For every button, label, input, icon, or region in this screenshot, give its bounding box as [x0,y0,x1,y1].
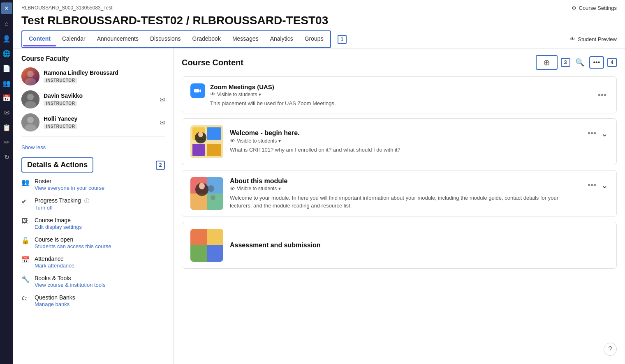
about-module-info: About this module 👁 Visible to students … [230,177,579,210]
tab-analytics[interactable]: Analytics [264,32,299,46]
svg-rect-30 [207,245,223,262]
action-course-image: 🖼 Course Image Edit display settings [21,217,165,230]
welcome-card-header: Welcome - begin here. 👁 Visible to stude… [182,119,616,165]
attendance-link[interactable]: Mark attendance [35,263,74,269]
info-icon: ⓘ [84,198,89,204]
tab-groups[interactable]: Groups [299,32,329,46]
faculty-item-ramona: Ramona Lindley Broussard INSTRUCTOR [21,67,165,85]
faculty-name-ramona: Ramona Lindley Broussard [44,69,165,76]
left-sidebar: ✕ ⌂ 👤 🌐 📄 👥 📅 ✉ 📋 ✏ ↻ [0,0,13,364]
zoom-more-button[interactable]: ••• [596,89,608,101]
about-more-button[interactable]: ••• [586,179,598,191]
assessment-header: Assessment and submission [182,222,616,268]
course-faculty-title: Course Faculty [21,55,165,62]
people-icon: 👥 [21,178,30,186]
roster-link[interactable]: View everyone in your course [35,185,104,191]
eye-icon-welcome: 👁 [230,138,235,144]
home-icon[interactable]: ⌂ [1,18,12,30]
nav-tabs: Content Calendar Announcements Discussio… [21,30,331,48]
course-image-link[interactable]: Edit display settings [35,224,82,230]
avatar-ramona [21,67,39,85]
faculty-item-holli: Holli Yancey INSTRUCTOR ✉ [21,113,165,131]
clipboard-icon[interactable]: 📋 [1,122,12,133]
course-open-link[interactable]: Students can access this course [35,243,111,249]
svg-point-7 [27,117,34,123]
tab-content[interactable]: Content [23,32,56,46]
progress-link[interactable]: Turn off [35,205,89,211]
chevron-down-icon-zoom: ▾ [259,92,261,97]
welcome-visibility[interactable]: 👁 Visible to students ▾ [230,138,281,144]
person-icon[interactable]: 👤 [1,33,12,44]
about-module-visibility[interactable]: 👁 Visible to students ▾ [230,186,281,192]
attendance-icon: 📅 [21,256,30,264]
refresh-icon[interactable]: ↻ [1,151,12,163]
action-roster: 👥 Roster View everyone in your course [21,177,165,191]
nav-tabs-wrapper: Content Calendar Announcements Discussio… [13,30,625,48]
welcome-title: Welcome - begin here. [230,129,579,137]
faculty-info-ramona: Ramona Lindley Broussard INSTRUCTOR [44,69,165,83]
tab-discussions[interactable]: Discussions [144,32,187,46]
mail-icon-holli[interactable]: ✉ [160,119,165,127]
tab-gradebook[interactable]: Gradebook [187,32,227,46]
about-module-card: About this module 👁 Visible to students … [182,170,617,217]
avatar-davin [21,90,39,108]
svg-point-25 [211,195,215,200]
course-content-header: Course Content ⊕ 3 🔍 ••• 4 [182,55,617,70]
edit-icon[interactable]: ✏ [1,136,12,148]
globe-icon[interactable]: 🌐 [1,48,12,59]
close-button[interactable]: ✕ [1,2,12,14]
books-tools-link[interactable]: View course & institution tools [35,282,105,288]
show-less-link[interactable]: Show less [21,144,46,150]
svg-rect-14 [207,144,221,156]
faculty-info-holli: Holli Yancey INSTRUCTOR [44,115,155,129]
svg-rect-28 [207,229,223,245]
zoom-visibility[interactable]: 👁 Visible to students ▾ [210,91,261,97]
breadcrumb: RLBROUSSARD_S000_313055083_Test [21,5,112,11]
faculty-info-davin: Davin Savikko INSTRUCTOR [44,92,155,106]
group-icon[interactable]: 👥 [1,77,12,89]
svg-rect-29 [190,245,207,262]
left-panel: Course Faculty [13,48,174,364]
eye-preview-icon: 👁 [570,36,575,42]
faculty-role-davin: INSTRUCTOR [44,101,77,106]
header-actions: ⊕ 3 🔍 ••• 4 [536,55,617,70]
wrench-icon: 🔧 [21,275,30,283]
question-banks-label: Question Banks [35,294,75,301]
zoom-card: Zoom Meetings (UAS) 👁 Visible to student… [182,76,617,113]
about-expand-button[interactable]: ⌄ [601,180,608,190]
faculty-list: Ramona Lindley Broussard INSTRUCTOR [21,67,165,137]
details-actions-title: Details & Actions [21,157,93,173]
welcome-more-button[interactable]: ••• [586,127,598,140]
mail-icon-davin[interactable]: ✉ [160,96,165,104]
action-attendance: 📅 Attendance Mark attendance [21,255,165,269]
about-module-title: About this module [230,177,579,185]
top-bar: RLBROUSSARD_S000_313055083_Test ⚙ Course… [13,0,625,12]
welcome-expand-button[interactable]: ⌄ [601,129,608,138]
zoom-info: Zoom Meetings (UAS) 👁 Visible to student… [210,83,591,106]
attendance-label: Attendance [35,256,64,262]
books-tools-label: Books & Tools [35,275,71,281]
assessment-info: Assessment and submission [230,242,608,249]
tab-messages[interactable]: Messages [227,32,264,46]
about-thumbnail [190,177,223,210]
search-button[interactable]: 🔍 [574,56,586,69]
action-course-open: 🔓 Course is open Students can access thi… [21,236,165,249]
eye-icon-about: 👁 [230,186,235,192]
question-banks-link[interactable]: Manage banks [35,301,75,307]
tab-announcements[interactable]: Announcements [91,32,144,46]
plus-icon: ⊕ [543,58,550,67]
add-content-button[interactable]: ⊕ [536,55,558,70]
tab-calendar[interactable]: Calendar [56,32,91,46]
student-preview-button[interactable]: 👁 Student Preview [570,36,617,42]
welcome-desc: What is CRIT101? why am I enrolled on it… [230,146,579,154]
mail-sidebar-icon[interactable]: ✉ [1,107,12,118]
welcome-actions: ••• ⌄ [586,127,608,140]
more-options-button[interactable]: ••• [589,56,604,69]
help-button[interactable]: ? [604,343,617,356]
action-progress: ✔ Progress Tracking ⓘ Turn off [21,197,165,211]
calendar-icon[interactable]: 📅 [1,92,12,104]
avatar-holli [21,113,39,131]
document-icon[interactable]: 📄 [1,62,12,74]
gear-icon: ⚙ [572,5,576,11]
course-settings-button[interactable]: ⚙ Course Settings [572,5,617,11]
